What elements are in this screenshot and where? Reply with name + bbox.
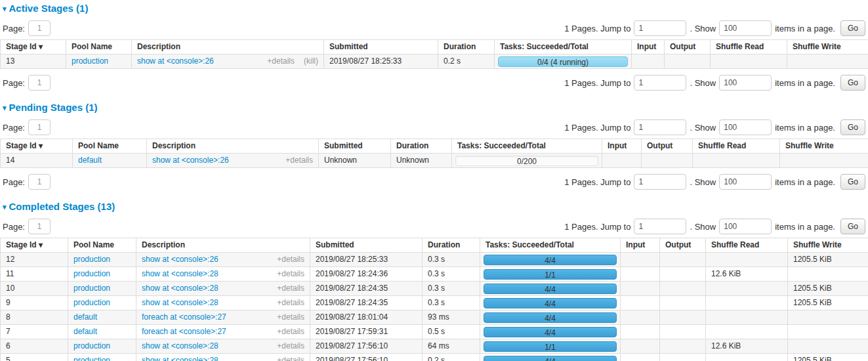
column-header-0[interactable]: Stage Id ▾ <box>1 40 66 54</box>
column-header-9[interactable]: Shuffle Write <box>787 40 868 54</box>
page-number-input[interactable] <box>28 75 51 91</box>
items-per-page-input[interactable] <box>719 219 772 234</box>
input-cell <box>621 354 660 361</box>
input-cell <box>621 310 660 325</box>
description-link[interactable]: show at <console>:26 <box>142 255 218 264</box>
pool-name-cell: production <box>68 354 136 361</box>
description-link[interactable]: foreach at <console>:27 <box>142 313 226 322</box>
pool-name-link[interactable]: production <box>73 269 110 278</box>
collapse-arrow-icon[interactable]: ▾ <box>3 5 7 12</box>
collapse-arrow-icon[interactable]: ▾ <box>3 203 7 211</box>
pool-name-link[interactable]: default <box>73 327 97 336</box>
details-toggle[interactable]: +details <box>277 298 304 307</box>
column-header-1[interactable]: Pool Name <box>68 238 136 253</box>
description-link[interactable]: show at <console>:28 <box>142 356 218 361</box>
section-title-text[interactable]: Pending Stages (1) <box>9 102 98 113</box>
collapse-arrow-icon[interactable]: ▾ <box>3 104 7 112</box>
details-toggle[interactable]: +details <box>267 56 295 66</box>
details-toggle[interactable]: +details <box>285 156 313 165</box>
go-button[interactable]: Go <box>840 219 865 234</box>
column-header-5[interactable]: Tasks: Succeeded/Total <box>480 238 621 253</box>
column-header-3[interactable]: Submitted <box>310 238 423 253</box>
section-title-completed[interactable]: ▾Completed Stages (13) <box>3 201 868 213</box>
description-link[interactable]: show at <console>:26 <box>152 156 229 165</box>
column-header-2[interactable]: Description <box>132 40 324 54</box>
column-header-6[interactable]: Input <box>621 238 660 253</box>
section-title-text[interactable]: Active Stages (1) <box>9 3 89 14</box>
column-header-8[interactable]: Shuffle Read <box>693 139 780 154</box>
description-link[interactable]: show at <console>:28 <box>142 270 218 278</box>
column-header-7[interactable]: Output <box>660 238 706 253</box>
column-header-9[interactable]: Shuffle Write <box>780 139 868 154</box>
stage-id-cell: 9 <box>1 296 68 310</box>
jump-to-page-input[interactable] <box>634 174 686 190</box>
column-header-4[interactable]: Duration <box>423 238 480 253</box>
column-header-5[interactable]: Tasks: Succeeded/Total <box>452 139 602 154</box>
page-number-input[interactable] <box>28 219 51 234</box>
column-header-4[interactable]: Duration <box>438 40 495 54</box>
items-per-page-input[interactable] <box>719 119 772 135</box>
column-header-6[interactable]: Input <box>632 40 665 54</box>
description-link[interactable]: show at <console>:26 <box>137 57 214 66</box>
details-toggle[interactable]: +details <box>277 356 304 361</box>
description-link[interactable]: show at <console>:28 <box>142 342 218 350</box>
column-header-7[interactable]: Output <box>665 40 711 54</box>
section-title-active[interactable]: ▾Active Stages (1) <box>3 3 868 14</box>
details-toggle[interactable]: +details <box>277 312 304 322</box>
jump-to-page-input[interactable] <box>634 119 686 135</box>
page-number-input[interactable] <box>28 20 51 36</box>
column-header-2[interactable]: Description <box>147 139 319 154</box>
jump-to-page-input[interactable] <box>634 75 686 91</box>
column-header-1[interactable]: Pool Name <box>73 139 147 154</box>
total-pages-text: 1 Pages. Jump to <box>564 177 630 187</box>
pool-name-link[interactable]: production <box>72 56 108 66</box>
column-header-1[interactable]: Pool Name <box>66 40 132 54</box>
column-header-6[interactable]: Input <box>602 139 642 154</box>
duration-cell: 64 ms <box>423 339 480 354</box>
column-header-3[interactable]: Submitted <box>324 40 438 54</box>
pool-name-link[interactable]: default <box>78 156 102 165</box>
column-header-3[interactable]: Submitted <box>319 139 391 154</box>
kill-link[interactable]: (kill) <box>304 56 318 66</box>
go-button[interactable]: Go <box>840 75 865 91</box>
details-toggle[interactable]: +details <box>277 327 304 336</box>
description-cell: show at <console>:26+details <box>136 253 310 267</box>
items-per-page-input[interactable] <box>719 75 772 91</box>
items-per-page-input[interactable] <box>719 174 772 190</box>
tasks-cell: 4/4 <box>480 296 621 310</box>
pool-name-link[interactable]: production <box>73 298 110 307</box>
pool-name-link[interactable]: default <box>73 312 97 322</box>
details-toggle[interactable]: +details <box>277 341 304 350</box>
go-button[interactable]: Go <box>840 20 865 36</box>
output-cell <box>660 354 706 361</box>
column-header-5[interactable]: Tasks: Succeeded/Total <box>495 40 632 54</box>
column-header-8[interactable]: Shuffle Read <box>706 238 788 253</box>
details-toggle[interactable]: +details <box>277 255 304 264</box>
column-header-2[interactable]: Description <box>136 238 310 253</box>
column-header-9[interactable]: Shuffle Write <box>788 238 868 253</box>
pool-name-link[interactable]: production <box>73 284 110 293</box>
column-header-4[interactable]: Duration <box>391 139 452 154</box>
description-link[interactable]: show at <console>:28 <box>142 284 218 293</box>
column-header-0[interactable]: Stage Id ▾ <box>1 238 68 253</box>
section-title-text[interactable]: Completed Stages (13) <box>9 201 115 212</box>
pool-name-link[interactable]: production <box>73 356 110 361</box>
page-number-input[interactable] <box>28 174 51 190</box>
section-title-pending[interactable]: ▾Pending Stages (1) <box>3 102 868 114</box>
column-header-8[interactable]: Shuffle Read <box>711 40 787 54</box>
items-per-page-input[interactable] <box>719 20 772 36</box>
details-toggle[interactable]: +details <box>277 284 304 293</box>
go-button[interactable]: Go <box>840 174 865 190</box>
column-header-0[interactable]: Stage Id ▾ <box>1 139 73 154</box>
column-header-7[interactable]: Output <box>642 139 693 154</box>
jump-to-page-input[interactable] <box>634 20 686 36</box>
pool-name-link[interactable]: production <box>73 341 110 350</box>
page-number-input[interactable] <box>28 119 51 135</box>
description-link[interactable]: show at <console>:28 <box>142 299 218 307</box>
description-link[interactable]: foreach at <console>:27 <box>142 328 226 336</box>
go-button[interactable]: Go <box>840 119 865 135</box>
pool-name-link[interactable]: production <box>73 255 110 264</box>
jump-to-page-input[interactable] <box>634 219 686 234</box>
details-toggle[interactable]: +details <box>277 269 304 278</box>
shuffle-read-cell <box>706 354 788 361</box>
